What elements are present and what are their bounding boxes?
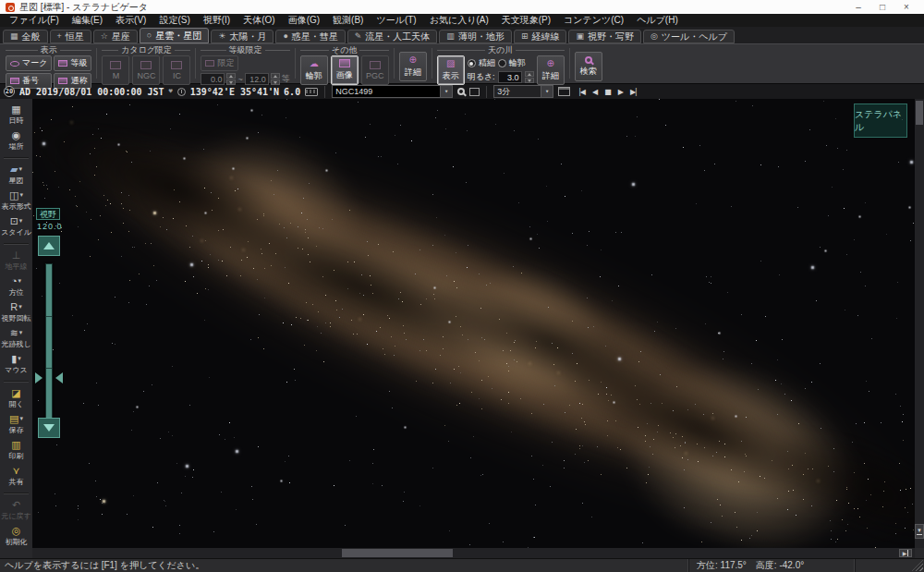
mag-min-up-button[interactable] bbox=[226, 73, 236, 79]
alarm-icon[interactable] bbox=[177, 88, 186, 96]
resize-grip-icon[interactable] bbox=[912, 560, 923, 571]
target-combo[interactable]: NGC1499 ▾ bbox=[332, 85, 453, 98]
magnitude-button[interactable]: 等級 bbox=[54, 55, 91, 71]
sidebar-item-location[interactable]: ◉場所 bbox=[0, 129, 32, 152]
menu-item[interactable]: ファイル(F) bbox=[3, 14, 66, 27]
tab-meteors-satellites[interactable]: ✎流星・人工天体 bbox=[347, 30, 438, 43]
catalog-ic-button[interactable]: IC bbox=[163, 55, 190, 85]
mark-button[interactable]: マーク bbox=[6, 55, 52, 71]
stella-panel-button[interactable]: ステラパネル bbox=[854, 103, 907, 138]
zoom-out-button[interactable] bbox=[38, 236, 60, 256]
minimize-button[interactable]: – bbox=[846, 0, 870, 14]
sidebar-item-mouse[interactable]: ▮▾マウス bbox=[0, 353, 32, 375]
other-detail-button[interactable]: ⊕詳細 bbox=[399, 52, 427, 81]
pgc-button[interactable]: PGC bbox=[361, 55, 389, 85]
menu-item[interactable]: 編集(E) bbox=[66, 14, 109, 27]
time-step-value[interactable]: 3分 bbox=[493, 85, 541, 98]
tab-nebulae-clusters[interactable]: ○星雲・星団 bbox=[140, 28, 209, 43]
keypad-icon[interactable] bbox=[305, 88, 318, 96]
catalog-ngc-button[interactable]: NGC bbox=[132, 55, 160, 85]
tab-tools-help[interactable]: ◎ツール・ヘルプ bbox=[643, 30, 735, 43]
brightness-up-button[interactable] bbox=[525, 71, 534, 77]
horizontal-scroll-end-button[interactable]: ▶ bbox=[899, 549, 912, 557]
find-icon[interactable] bbox=[457, 88, 465, 95]
sidebar-item-horizon[interactable]: ⊥地平線 bbox=[0, 249, 32, 272]
sidebar-item-display-format[interactable]: ◫▾表示形式 bbox=[0, 189, 32, 212]
coordinates-display[interactable]: 139°42'E 35°41'N bbox=[190, 87, 279, 97]
fov-slider-handle-left[interactable] bbox=[35, 372, 43, 383]
brightness-down-button[interactable] bbox=[525, 78, 534, 83]
milkyway-show-button[interactable]: ▨表示 bbox=[437, 55, 465, 85]
menu-item[interactable]: 天文現象(P) bbox=[495, 14, 557, 27]
outline-button[interactable]: ☁輪郭 bbox=[300, 55, 328, 85]
star-chart-view[interactable]: 視野 120.0 ステラパネル bbox=[32, 99, 915, 548]
sidebar-item-print[interactable]: ▥印刷 bbox=[0, 439, 32, 461]
sidebar-item-star-chart[interactable]: ▰▾星図 bbox=[0, 164, 32, 186]
sidebar-item-fov-rotation[interactable]: R▾視野回転 bbox=[0, 301, 32, 323]
menu-item[interactable]: 設定(S) bbox=[152, 14, 196, 27]
time-step-combo[interactable]: 3分 ▾ bbox=[493, 85, 553, 98]
menu-item[interactable]: 天体(O) bbox=[237, 14, 281, 27]
sidebar-item-save[interactable]: ▤▾保存 bbox=[0, 413, 32, 435]
menu-item[interactable]: ヘルプ(H) bbox=[630, 14, 685, 27]
target-dropdown-icon[interactable]: ▾ bbox=[441, 85, 453, 98]
tab-constellations[interactable]: ☆星座 bbox=[93, 30, 138, 43]
moon-age-icon[interactable]: 20 bbox=[4, 86, 15, 97]
datetime-display[interactable]: AD 2019/08/01 00:00:00 JST bbox=[19, 87, 164, 97]
sidebar-item-trail[interactable]: ≋▾光跡残し bbox=[0, 327, 32, 349]
skip-end-button[interactable]: ▶| bbox=[626, 88, 640, 96]
tab-planets-comets[interactable]: ●惑星・彗星 bbox=[275, 30, 345, 43]
fine-radio[interactable] bbox=[468, 59, 476, 67]
limiting-magnitude-display[interactable]: 6.0 bbox=[284, 87, 300, 97]
sidebar-item-undo[interactable]: ↶元に戻す bbox=[0, 499, 32, 521]
zoom-in-button[interactable] bbox=[38, 418, 60, 438]
tab-general[interactable]: ▦全般 bbox=[3, 30, 48, 43]
horizontal-scrollbar-thumb[interactable] bbox=[342, 549, 453, 557]
stop-button[interactable]: ■ bbox=[601, 88, 614, 96]
tab-twilight-terrain[interactable]: ▥薄明・地形 bbox=[439, 30, 512, 43]
menu-item[interactable]: ツール(T) bbox=[370, 14, 422, 27]
play-button[interactable]: ▶ bbox=[614, 88, 626, 96]
skip-start-button[interactable]: |◀ bbox=[575, 88, 589, 96]
menu-item[interactable]: 画像(G) bbox=[282, 14, 326, 27]
tab-sun-moon[interactable]: ☀太陽・月 bbox=[211, 30, 274, 43]
sidebar-item-reset[interactable]: ◎初期化 bbox=[0, 525, 32, 547]
panel-icon[interactable] bbox=[469, 88, 480, 96]
maximize-button[interactable]: □ bbox=[870, 0, 894, 14]
menu-item[interactable]: お気に入り(A) bbox=[423, 14, 495, 27]
sidebar-item-style[interactable]: ⊡▾スタイル bbox=[0, 215, 32, 237]
menu-item[interactable]: 観測(B) bbox=[326, 14, 370, 27]
milkyway-detail-button[interactable]: ⊕詳細 bbox=[537, 55, 565, 85]
step-back-button[interactable]: ◀ bbox=[589, 88, 601, 96]
search-button[interactable]: 検索 bbox=[575, 52, 602, 81]
menu-item[interactable]: 視野(I) bbox=[197, 14, 237, 27]
outline-radio[interactable] bbox=[498, 59, 506, 67]
sidebar-item-share[interactable]: ⋎共有 bbox=[0, 465, 32, 487]
catalog-m-button[interactable]: M bbox=[102, 55, 129, 85]
limit-toggle-button[interactable]: 限定 bbox=[201, 55, 238, 71]
mag-min-down-button[interactable] bbox=[226, 79, 236, 85]
mag-max-up-button[interactable] bbox=[271, 73, 280, 79]
sidebar-item-open[interactable]: ◪開く bbox=[0, 387, 32, 409]
fov-slider[interactable] bbox=[45, 263, 53, 419]
vertical-scroll-end-button[interactable]: ▼ bbox=[915, 524, 924, 539]
fov-slider-handle-right[interactable] bbox=[55, 372, 63, 383]
mag-max-down-button[interactable] bbox=[271, 79, 280, 85]
time-step-dropdown-icon[interactable]: ▾ bbox=[541, 85, 553, 98]
vertical-scrollbar-thumb[interactable] bbox=[916, 101, 923, 125]
menu-item[interactable]: 表示(V) bbox=[109, 14, 152, 27]
brightness-input[interactable]: 3.0 bbox=[498, 71, 522, 83]
mag-min-input[interactable]: 0.0 bbox=[201, 73, 225, 85]
animation-icon[interactable] bbox=[558, 87, 570, 96]
sidebar-item-date-time[interactable]: ▦日時 bbox=[0, 103, 32, 126]
target-value[interactable]: NGC1499 bbox=[332, 85, 441, 98]
tab-fov-photo[interactable]: ▣視野・写野 bbox=[568, 30, 641, 43]
mag-max-input[interactable]: 12.0 bbox=[245, 73, 269, 85]
menu-item[interactable]: コンテンツ(C) bbox=[557, 14, 630, 27]
vertical-scrollbar[interactable]: ▼ bbox=[915, 99, 924, 548]
image-button[interactable]: 画像 bbox=[331, 55, 359, 85]
tab-stars[interactable]: +恒星 bbox=[50, 30, 91, 43]
sidebar-item-direction[interactable]: ◔▾方位 bbox=[0, 275, 32, 298]
close-button[interactable]: × bbox=[894, 0, 918, 14]
tab-grid-lines[interactable]: ⊞経緯線 bbox=[514, 30, 567, 43]
